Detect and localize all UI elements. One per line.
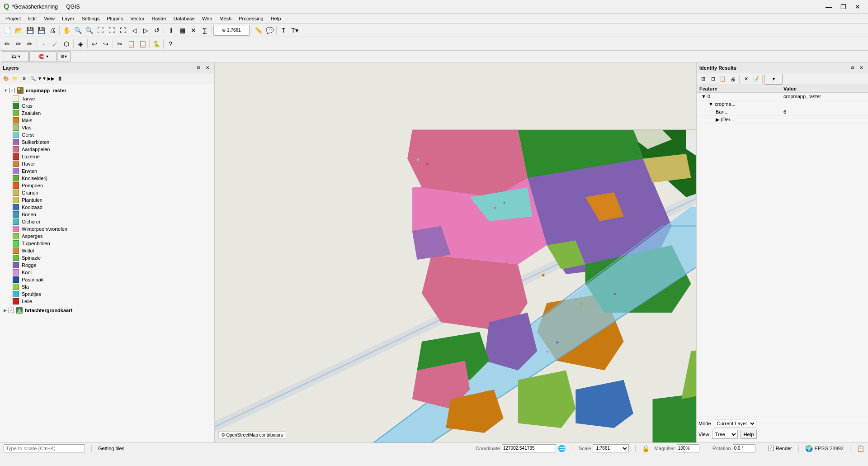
id-mode-combo[interactable]: ▾ — [764, 74, 783, 85]
digitize-btn[interactable]: ✏ — [24, 38, 35, 49]
menu-vector[interactable]: Vector — [127, 15, 148, 22]
menu-edit[interactable]: Edit — [24, 15, 40, 22]
legend-item[interactable]: Winterpeen/wortelen — [2, 225, 212, 233]
legend-item[interactable]: Mais — [2, 117, 212, 124]
legend-item[interactable]: Sla — [2, 283, 212, 290]
legend-item[interactable]: Witlof — [2, 247, 212, 254]
redo-btn[interactable]: ↪ — [100, 38, 111, 49]
menu-project[interactable]: Project — [2, 15, 24, 22]
save-project-btn[interactable]: 💾 — [24, 25, 35, 36]
clear-results-btn[interactable]: ✕ — [741, 75, 750, 84]
measure-btn[interactable]: 📏 — [253, 25, 264, 36]
help-btn[interactable]: ? — [165, 38, 176, 49]
id-row-2[interactable]: Ban... 6 — [697, 108, 868, 116]
open-project-btn[interactable]: 📂 — [13, 25, 24, 36]
zoom-in-btn[interactable]: 🔍 — [72, 25, 83, 36]
cut-features-btn[interactable]: ✂ — [114, 38, 125, 49]
zoom-layer-btn[interactable]: ⛶ — [106, 25, 117, 36]
map-area[interactable]: N © OpenStreetMap contributors — [215, 62, 696, 442]
menu-web[interactable]: Web — [198, 15, 216, 22]
layer-visible-brt[interactable] — [9, 308, 14, 313]
collapse-tree-btn[interactable]: ⊟ — [708, 75, 717, 84]
legend-item[interactable]: Aardappelen — [2, 146, 212, 153]
print-results-btn[interactable]: 🖨 — [728, 75, 737, 84]
menu-raster[interactable]: Raster — [148, 15, 170, 22]
layers-panel-close-btn[interactable]: ✕ — [203, 64, 212, 72]
close-button[interactable]: ✕ — [851, 2, 864, 11]
id-row-1[interactable]: ▼ cropma... — [697, 100, 868, 108]
copy-features-btn[interactable]: 📋 — [126, 38, 137, 49]
zoom-out-btn[interactable]: 🔍 — [84, 25, 94, 36]
legend-item[interactable]: Kool — [2, 269, 212, 276]
current-edits-btn[interactable]: ✏ — [2, 38, 13, 49]
remove-layer-btn[interactable]: 🗑 — [56, 75, 64, 83]
legend-item[interactable]: Knolselderij — [2, 175, 212, 182]
legend-item[interactable]: Spinazie — [2, 254, 212, 262]
identify-panel-close-btn[interactable]: ✕ — [857, 64, 865, 72]
menu-processing[interactable]: Processing — [235, 15, 267, 22]
legend-item[interactable]: Cichorei — [2, 218, 212, 225]
layer-group-brt-header[interactable]: ▶ brtachtergrondkaart — [2, 306, 212, 315]
log-icon[interactable]: 📋 — [857, 445, 864, 452]
zoom-back-btn[interactable]: ◁ — [129, 25, 140, 36]
legend-item[interactable]: Pompoen — [2, 182, 212, 189]
legend-item[interactable]: Granen — [2, 189, 212, 196]
identify-panel-float-btn[interactable]: ⧉ — [848, 64, 856, 72]
view-select[interactable]: Tree Table Graph — [712, 430, 738, 439]
draw-poly-btn[interactable]: ⬡ — [61, 38, 72, 49]
menu-layer[interactable]: Layer — [58, 15, 78, 22]
identify-help-btn[interactable]: Help — [741, 430, 757, 439]
deselect-btn[interactable]: ✕ — [188, 25, 199, 36]
legend-item[interactable]: Suikerbieten — [2, 138, 212, 146]
annotation-btn[interactable]: T▾ — [289, 25, 300, 36]
legend-item[interactable]: Lelie — [2, 298, 212, 305]
expand-all-btn[interactable]: ▼▼ — [38, 75, 46, 83]
zoom-combo[interactable]: ⊕ 1:7661 — [213, 25, 250, 36]
draw-line-btn[interactable]: ⟋ — [50, 38, 61, 49]
menu-mesh[interactable]: Mesh — [216, 15, 235, 22]
id-row-0[interactable]: ▼ 0 cropmapp_raster — [697, 93, 868, 100]
legend-item[interactable]: Gras — [2, 102, 212, 109]
legend-item[interactable]: Zaaiuien — [2, 109, 212, 117]
print-btn[interactable]: 🖨 — [47, 25, 58, 36]
legend-item[interactable]: Luzerne — [2, 153, 212, 160]
locate-input[interactable] — [4, 444, 85, 452]
edit-layer-btn[interactable]: ✏ — [13, 38, 24, 49]
mode-select[interactable]: Current Layer All Layers Top Down — [714, 419, 756, 428]
collapse-all-btn[interactable]: ▶▶ — [47, 75, 55, 83]
expand-tree-btn[interactable]: ⊞ — [698, 75, 708, 84]
scale-select[interactable]: 1:7661 — [593, 444, 629, 452]
legend-item[interactable]: Erwten — [2, 167, 212, 175]
legend-item[interactable]: Pastinaak — [2, 276, 212, 283]
menu-plugins[interactable]: Plugins — [103, 15, 127, 22]
legend-item[interactable]: Vlas — [2, 124, 212, 131]
copy-results-btn[interactable]: 📋 — [718, 75, 727, 84]
select-btn[interactable]: ▦ — [177, 25, 188, 36]
legend-item[interactable]: Tulpenbollen — [2, 240, 212, 247]
refresh-btn[interactable]: ↺ — [151, 25, 162, 36]
menu-settings[interactable]: Settings — [78, 15, 103, 22]
epsg-label[interactable]: EPSG:28992 — [815, 446, 844, 451]
add-group-btn[interactable]: 📁 — [11, 75, 19, 83]
minimize-button[interactable]: — — [822, 2, 835, 11]
node-tool-btn[interactable]: ◈ — [75, 38, 86, 49]
python-btn[interactable]: 🐍 — [151, 38, 162, 49]
zoom-selection-btn[interactable]: ⛶ — [118, 25, 128, 36]
legend-item[interactable]: Koolzaad — [2, 204, 212, 211]
map-tips-btn[interactable]: 💬 — [264, 25, 275, 36]
menu-view[interactable]: View — [40, 15, 58, 22]
layer-visible-cropmapp[interactable] — [9, 88, 15, 93]
legend-item[interactable]: Plantuien — [2, 196, 212, 204]
layer-group-cropmapp-header[interactable]: ▼ cropmapp_raster — [2, 86, 212, 95]
zoom-full-btn[interactable]: ⛶ — [95, 25, 106, 36]
legend-item[interactable]: Asperges — [2, 233, 212, 240]
magnifier-input[interactable] — [677, 444, 699, 452]
pan-btn[interactable]: ✋ — [61, 25, 72, 36]
render-checkbox[interactable] — [769, 446, 774, 451]
coordinate-input[interactable] — [502, 444, 556, 452]
legend-item[interactable]: Bonen — [2, 211, 212, 218]
open-form-btn[interactable]: 📝 — [751, 75, 760, 84]
maximize-button[interactable]: ❐ — [836, 2, 850, 11]
default-layer-btn[interactable]: 🗂 ▾ — [2, 51, 29, 62]
rotation-input[interactable] — [733, 444, 755, 452]
